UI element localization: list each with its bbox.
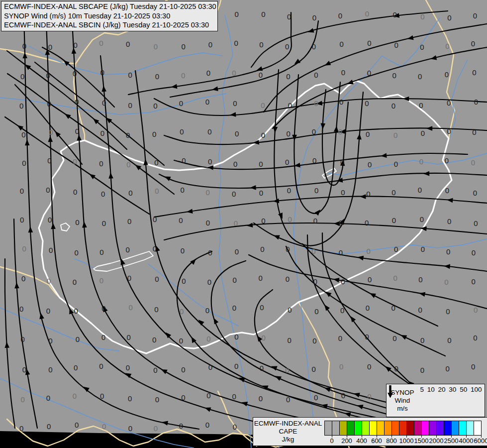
grid-value-label: 0 xyxy=(367,362,371,371)
grid-value-label: 0 xyxy=(259,189,263,197)
grid-value-label: 0 xyxy=(19,424,23,433)
grid-value-label: 0 xyxy=(49,246,53,254)
cape-tick-label: 2000 xyxy=(429,437,444,445)
grid-value-label: 0 xyxy=(126,160,130,169)
cape-tick-label: 1000 xyxy=(399,437,414,445)
grid-value-label: 0 xyxy=(127,217,131,225)
cape-color-cell xyxy=(474,421,481,435)
grid-value-label: 0 xyxy=(101,333,105,341)
grid-value-label: 0 xyxy=(235,129,239,138)
grid-value-label: 0 xyxy=(21,274,25,283)
grid-value-label: 0 xyxy=(313,277,317,286)
grid-value-label: 0 xyxy=(179,99,183,108)
grid-value-label: 0 xyxy=(235,247,239,256)
grid-value-label: 0 xyxy=(259,71,263,79)
grid-value-label: 0 xyxy=(314,186,318,195)
grid-value-label: 0 xyxy=(208,40,212,49)
grid-value-label: 0 xyxy=(47,100,51,108)
grid-value-label: 0 xyxy=(285,158,289,166)
grid-value-label: 0 xyxy=(391,304,395,312)
grid-value-label: 0 xyxy=(473,189,477,197)
grid-value-label: 0 xyxy=(367,39,371,47)
grid-value-label: 0 xyxy=(418,72,422,81)
grid-value-label: 0 xyxy=(474,98,478,106)
cape-legend-model: ECMWF-INDEX-ANAL xyxy=(254,420,322,428)
grid-value-label: 0 xyxy=(368,160,372,169)
grid-value-label: 0 xyxy=(367,392,371,401)
grid-value-label: 0 xyxy=(19,305,23,313)
grid-value-label: 0 xyxy=(234,10,238,18)
synop-speed-cell: 50 xyxy=(460,386,467,416)
grid-value-label: 0 xyxy=(125,245,129,254)
cape-color-cell xyxy=(407,421,414,435)
grid-value-label: 0 xyxy=(365,9,369,18)
grid-value-label: 0 xyxy=(471,158,475,167)
cape-color-cell xyxy=(385,421,392,435)
grid-value-label: 0 xyxy=(100,68,104,77)
grid-value-label: 0 xyxy=(340,306,344,315)
synop-wind-legend: SYNOP Wind m/s 5 10 20 30 50 100 xyxy=(386,384,485,417)
grid-value-label: 0 xyxy=(340,158,344,166)
grid-value-label: 0 xyxy=(126,363,130,372)
grid-value-label: 0 xyxy=(418,306,422,314)
grid-value-label: 0 xyxy=(20,187,24,195)
grid-value-label: 0 xyxy=(101,190,105,198)
cape-tick-label: 400 xyxy=(356,437,367,445)
grid-value-label: 0 xyxy=(447,127,451,135)
cape-colorbar-legend: ECMWF-INDEX-ANAL CAPE J/kg 0200400600800… xyxy=(253,417,487,446)
cape-tick-label: 600 xyxy=(371,437,382,445)
cape-tick-label: 1500 xyxy=(414,437,429,445)
grid-value-label: 0 xyxy=(286,245,290,253)
grid-value-label: 0 xyxy=(341,277,345,286)
grid-value-label: 0 xyxy=(128,303,132,312)
grid-value-label: 0 xyxy=(472,248,476,257)
grid-value-label: 0 xyxy=(312,336,316,345)
grid-value-label: 0 xyxy=(76,335,80,343)
grid-value-label: 0 xyxy=(341,68,345,77)
cape-color-cell xyxy=(355,421,362,435)
grid-value-label: 0 xyxy=(100,392,104,400)
grid-value-label: 0 xyxy=(206,335,210,343)
grid-value-label: 0 xyxy=(181,186,185,194)
title-line-sbcin: ECMWF-INDEX-ANAL SBCIN (J/kg) Tuesday 21… xyxy=(4,20,214,30)
grid-value-label: 0 xyxy=(179,336,183,345)
grid-value-label: 0 xyxy=(471,362,475,371)
grid-value-label: 0 xyxy=(127,274,131,282)
grid-value-label: 0 xyxy=(445,42,449,50)
synop-legend-subtitle: Wind xyxy=(395,397,410,405)
grid-value-label: 0 xyxy=(208,157,212,166)
grid-value-label: 0 xyxy=(181,393,185,402)
synop-speed-cell: 20 xyxy=(438,386,446,416)
grid-value-label: 0 xyxy=(392,216,396,224)
grid-value-label: 0 xyxy=(154,424,158,433)
grid-value-label: 0 xyxy=(288,101,292,110)
cape-color-cell xyxy=(467,421,474,435)
cape-colorbar xyxy=(324,421,482,436)
cape-tick-label: 0 xyxy=(330,437,333,445)
grid-value-label: 0 xyxy=(74,363,78,372)
grid-value-label: 0 xyxy=(391,102,395,110)
grid-value-label: 0 xyxy=(128,394,132,403)
grid-value-label: 0 xyxy=(393,131,397,139)
cape-color-cell xyxy=(422,421,429,435)
grid-value-label: 0 xyxy=(99,362,103,370)
grid-value-label: 0 xyxy=(21,395,25,404)
grid-value-label: 0 xyxy=(444,278,448,286)
grid-value-label: 0 xyxy=(447,99,451,107)
grid-value-label: 0 xyxy=(208,363,212,371)
grid-value-label: 0 xyxy=(314,393,318,402)
grid-value-label: 0 xyxy=(261,334,265,342)
grid-value-label: 0 xyxy=(154,158,158,167)
grid-value-label: 0 xyxy=(312,42,316,51)
grid-value-label: 0 xyxy=(368,275,372,284)
grid-value-label: 0 xyxy=(445,156,449,165)
cape-color-cell xyxy=(459,421,467,435)
grid-value-label: 0 xyxy=(232,304,236,312)
grid-value-label: 0 xyxy=(153,215,157,224)
grid-value-label: 0 xyxy=(286,72,290,81)
grid-value-label: 0 xyxy=(312,156,316,165)
grid-value-label: 0 xyxy=(155,275,159,283)
grid-value-label: 0 xyxy=(99,276,103,285)
grid-value-label: 0 xyxy=(102,99,106,107)
grid-value-label: 0 xyxy=(312,365,316,373)
